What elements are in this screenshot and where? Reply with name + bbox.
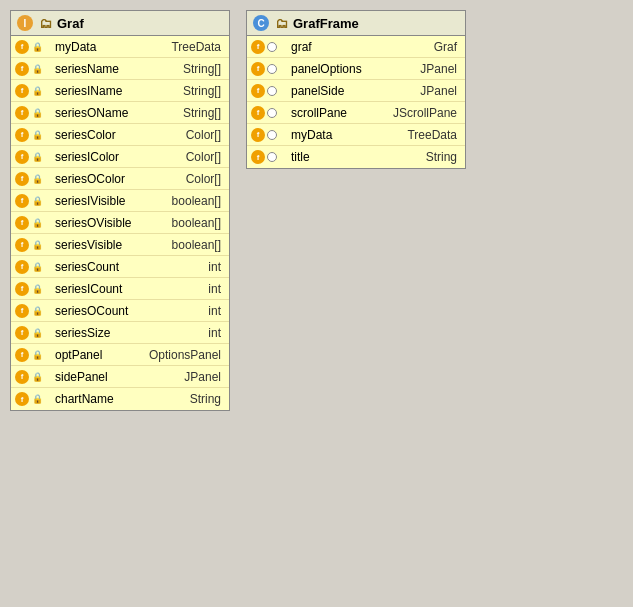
field-f-badge-seriesColor: f bbox=[15, 128, 29, 142]
field-type-seriesCount: int bbox=[165, 260, 225, 274]
row-icons-panelOptions: f bbox=[251, 62, 287, 76]
field-row-seriesSize: f🔒seriesSizeint bbox=[11, 322, 229, 344]
field-name-seriesICount: seriesICount bbox=[51, 282, 165, 296]
field-type-optPanel: OptionsPanel bbox=[149, 348, 225, 362]
field-row-myData: fmyDataTreeData bbox=[247, 124, 465, 146]
field-type-panelSide: JPanel bbox=[401, 84, 461, 98]
field-name-seriesOColor: seriesOColor bbox=[51, 172, 165, 186]
field-row-seriesColor: f🔒seriesColorColor[] bbox=[11, 124, 229, 146]
row-icons-seriesICount: f🔒 bbox=[15, 282, 51, 296]
class-type-icon-graf: I bbox=[17, 15, 33, 31]
row-icons-myData: f bbox=[251, 128, 287, 142]
field-type-seriesICount: int bbox=[165, 282, 225, 296]
field-f-badge-seriesIName: f bbox=[15, 84, 29, 98]
row-icons-seriesOVisible: f🔒 bbox=[15, 216, 51, 230]
class-type-icon-grafframe: C bbox=[253, 15, 269, 31]
visibility-icon-seriesSize: 🔒 bbox=[31, 327, 43, 339]
visibility-icon-sidePanel: 🔒 bbox=[31, 371, 43, 383]
row-icons-seriesSize: f🔒 bbox=[15, 326, 51, 340]
row-icons-seriesIVisible: f🔒 bbox=[15, 194, 51, 208]
field-type-seriesIVisible: boolean[] bbox=[165, 194, 225, 208]
field-name-seriesCount: seriesCount bbox=[51, 260, 165, 274]
row-icons-scrollPane: f bbox=[251, 106, 287, 120]
row-icons-seriesVisible: f🔒 bbox=[15, 238, 51, 252]
field-row-seriesCount: f🔒seriesCountint bbox=[11, 256, 229, 278]
field-name-sidePanel: sidePanel bbox=[51, 370, 165, 384]
class-db-icon-grafframe: 🗂 bbox=[273, 15, 289, 31]
field-row-seriesIName: f🔒seriesINameString[] bbox=[11, 80, 229, 102]
visibility-icon-optPanel: 🔒 bbox=[31, 349, 43, 361]
field-name-seriesOName: seriesOName bbox=[51, 106, 165, 120]
field-name-seriesIName: seriesIName bbox=[51, 84, 165, 98]
visibility-icon-seriesCount: 🔒 bbox=[31, 261, 43, 273]
visibility-icon-seriesColor: 🔒 bbox=[31, 129, 43, 141]
field-row-graf: fgrafGraf bbox=[247, 36, 465, 58]
field-type-myData: TreeData bbox=[401, 128, 461, 142]
visibility-icon-seriesOVisible: 🔒 bbox=[31, 217, 43, 229]
field-name-seriesSize: seriesSize bbox=[51, 326, 165, 340]
field-f-badge-seriesOVisible: f bbox=[15, 216, 29, 230]
visibility-icon-seriesIVisible: 🔒 bbox=[31, 195, 43, 207]
field-f-badge-panelOptions: f bbox=[251, 62, 265, 76]
field-row-optPanel: f🔒optPanelOptionsPanel bbox=[11, 344, 229, 366]
field-type-graf: Graf bbox=[401, 40, 461, 54]
visibility-icon-seriesIName: 🔒 bbox=[31, 85, 43, 97]
visibility-icon-seriesVisible: 🔒 bbox=[31, 239, 43, 251]
field-type-seriesVisible: boolean[] bbox=[165, 238, 225, 252]
field-type-seriesOName: String[] bbox=[165, 106, 225, 120]
panel-title-graf: Graf bbox=[57, 16, 84, 31]
row-icons-seriesOColor: f🔒 bbox=[15, 172, 51, 186]
panel-header-graf: I🗂Graf bbox=[11, 11, 229, 36]
row-icons-title: f bbox=[251, 150, 287, 164]
field-f-badge-sidePanel: f bbox=[15, 370, 29, 384]
field-name-seriesIVisible: seriesIVisible bbox=[51, 194, 165, 208]
row-icons-graf: f bbox=[251, 40, 287, 54]
field-type-seriesColor: Color[] bbox=[165, 128, 225, 142]
visibility-icon-myData: 🔒 bbox=[31, 41, 43, 53]
visibility-icon-seriesIColor: 🔒 bbox=[31, 151, 43, 163]
field-name-chartName: chartName bbox=[51, 392, 165, 406]
field-name-seriesOVisible: seriesOVisible bbox=[51, 216, 165, 230]
field-row-seriesVisible: f🔒seriesVisibleboolean[] bbox=[11, 234, 229, 256]
field-f-badge-seriesName: f bbox=[15, 62, 29, 76]
field-type-seriesIName: String[] bbox=[165, 84, 225, 98]
field-f-badge-myData: f bbox=[251, 128, 265, 142]
field-f-badge-graf: f bbox=[251, 40, 265, 54]
field-type-title: String bbox=[401, 150, 461, 164]
field-type-scrollPane: JScrollPane bbox=[393, 106, 461, 120]
field-f-badge-scrollPane: f bbox=[251, 106, 265, 120]
field-f-badge-panelSide: f bbox=[251, 84, 265, 98]
field-name-myData: myData bbox=[51, 40, 165, 54]
row-icons-seriesColor: f🔒 bbox=[15, 128, 51, 142]
field-f-badge-chartName: f bbox=[15, 392, 29, 406]
field-name-seriesColor: seriesColor bbox=[51, 128, 165, 142]
field-type-seriesName: String[] bbox=[165, 62, 225, 76]
field-type-seriesOCount: int bbox=[165, 304, 225, 318]
row-icons-seriesOCount: f🔒 bbox=[15, 304, 51, 318]
field-row-title: ftitleString bbox=[247, 146, 465, 168]
visibility-icon-scrollPane bbox=[267, 108, 277, 118]
row-icons-seriesOName: f🔒 bbox=[15, 106, 51, 120]
row-icons-seriesCount: f🔒 bbox=[15, 260, 51, 274]
field-name-myData: myData bbox=[287, 128, 401, 142]
field-f-badge-title: f bbox=[251, 150, 265, 164]
panels-container: I🗂Graff🔒myDataTreeDataf🔒seriesNameString… bbox=[10, 10, 623, 411]
field-name-panelSide: panelSide bbox=[287, 84, 401, 98]
row-icons-chartName: f🔒 bbox=[15, 392, 51, 406]
visibility-icon-seriesICount: 🔒 bbox=[31, 283, 43, 295]
visibility-icon-graf bbox=[267, 42, 277, 52]
field-row-sidePanel: f🔒sidePanelJPanel bbox=[11, 366, 229, 388]
field-name-seriesOCount: seriesOCount bbox=[51, 304, 165, 318]
field-name-seriesName: seriesName bbox=[51, 62, 165, 76]
field-name-seriesVisible: seriesVisible bbox=[51, 238, 165, 252]
field-type-panelOptions: JPanel bbox=[401, 62, 461, 76]
field-row-seriesIVisible: f🔒seriesIVisibleboolean[] bbox=[11, 190, 229, 212]
field-type-seriesOColor: Color[] bbox=[165, 172, 225, 186]
field-row-seriesOName: f🔒seriesONameString[] bbox=[11, 102, 229, 124]
field-row-seriesOVisible: f🔒seriesOVisibleboolean[] bbox=[11, 212, 229, 234]
visibility-icon-panelSide bbox=[267, 86, 277, 96]
field-row-chartName: f🔒chartNameString bbox=[11, 388, 229, 410]
field-f-badge-seriesIVisible: f bbox=[15, 194, 29, 208]
field-type-myData: TreeData bbox=[165, 40, 225, 54]
field-name-graf: graf bbox=[287, 40, 401, 54]
